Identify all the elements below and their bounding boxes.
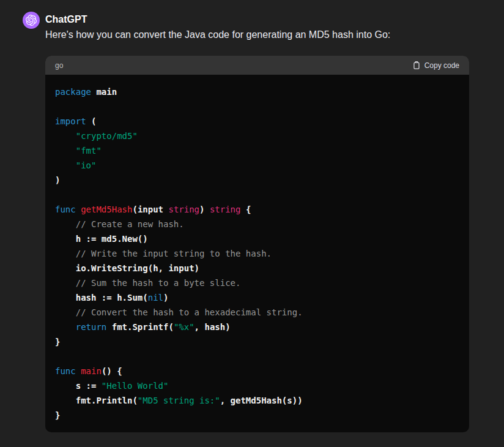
code-line: hash := h.Sum(nil) [55,290,459,305]
code-line: h := md5.New() [55,231,459,246]
clipboard-icon [412,61,421,70]
code-line: ) [55,173,459,187]
message-author-name: ChatGPT [45,12,469,28]
code-line [55,349,459,364]
code-line: import ( [55,114,459,129]
copy-code-label: Copy code [424,61,459,70]
code-line: // Sum the hash to a byte slice. [55,276,459,290]
code-line: func getMd5Hash(input string) string { [55,202,459,217]
code-line: io.WriteString(h, input) [55,261,459,276]
code-line: func main() { [55,364,459,378]
code-line: return fmt.Sprintf("%x", hash) [55,320,459,334]
code-line: } [55,334,459,349]
code-line: s := "Hello World" [55,378,459,393]
code-block-header: go Copy code [45,56,469,75]
code-language-label: go [55,61,63,70]
code-line: } [55,408,459,423]
message-body-text: Here's how you can convert the Java code… [45,28,469,42]
code-line: // Write the input string to the hash. [55,246,459,261]
code-line [55,187,459,202]
code-line: "io" [55,158,459,173]
code-line [55,99,459,114]
code-line: "crypto/md5" [55,129,459,143]
code-line: package main [55,85,459,99]
chatgpt-avatar [23,12,40,29]
code-line: "fmt" [55,143,459,158]
code-content: package main import ( "crypto/md5" "fmt"… [45,75,469,432]
openai-logo-icon [26,15,37,26]
assistant-message: ChatGPT Here's how you can convert the J… [0,0,504,432]
copy-code-button[interactable]: Copy code [412,61,459,70]
code-line: fmt.Println("MD5 string is:", getMd5Hash… [55,393,459,408]
code-line: // Convert the hash to a hexadecimal str… [55,305,459,320]
code-block: go Copy code package main import ( "cryp… [45,56,469,432]
code-line: // Create a new hash. [55,217,459,231]
